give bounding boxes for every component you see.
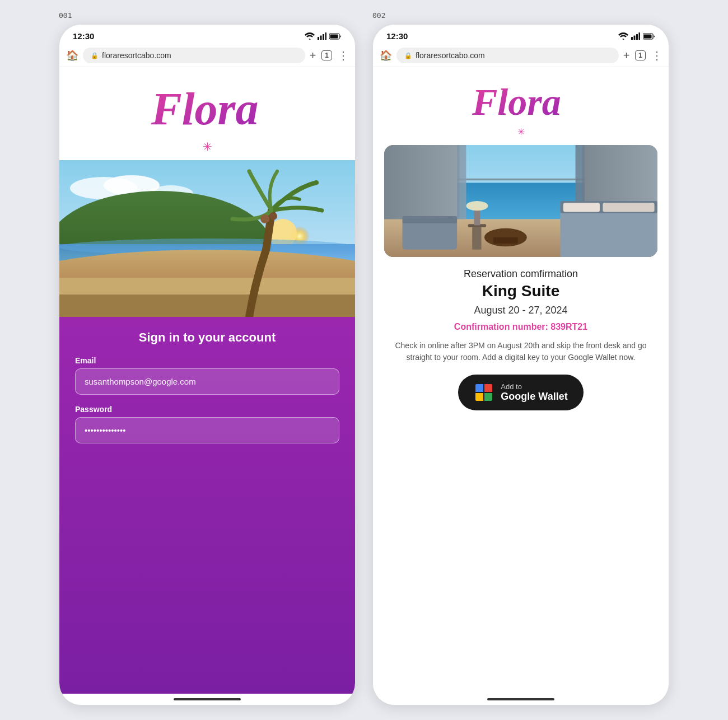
signal-icon bbox=[318, 32, 326, 40]
conf-number: Confirmation number: 839RT21 bbox=[384, 322, 657, 332]
google-wallet-button[interactable]: Add to Google Wallet bbox=[458, 375, 583, 410]
svg-rect-43 bbox=[403, 219, 458, 250]
battery-icon bbox=[329, 33, 342, 40]
home-indicator-bar-2 bbox=[487, 698, 554, 700]
url-text-1: floraresortcabo.com bbox=[102, 51, 171, 60]
wallet-main-text: Google Wallet bbox=[501, 391, 567, 403]
wallet-icon bbox=[474, 382, 494, 403]
email-label: Email bbox=[75, 356, 339, 365]
menu-dots-icon-1[interactable]: ⋮ bbox=[338, 49, 348, 62]
svg-text:Flora: Flora bbox=[472, 81, 561, 120]
room-image-wrapper bbox=[384, 145, 657, 257]
svg-rect-44 bbox=[403, 216, 458, 223]
logo-area-2: Flora ✳ bbox=[373, 67, 669, 145]
home-indicator-bar-1 bbox=[174, 698, 241, 700]
add-tab-icon-1[interactable]: + bbox=[310, 49, 316, 62]
svg-rect-1 bbox=[320, 36, 322, 40]
phone-2-label: 002 bbox=[372, 11, 669, 20]
lock-icon-1: 🔒 bbox=[91, 52, 99, 59]
svg-rect-23 bbox=[636, 34, 638, 40]
svg-rect-5 bbox=[330, 34, 338, 38]
room-scene-svg bbox=[384, 145, 657, 257]
browser-bar-1: 🏠 🔒 floraresortcabo.com + 1 ⋮ bbox=[59, 44, 355, 67]
tab-count-2[interactable]: 1 bbox=[635, 50, 646, 60]
svg-text:Flora: Flora bbox=[151, 83, 258, 131]
flora-logo-1: Flora bbox=[146, 81, 269, 138]
wallet-text-area: Add to Google Wallet bbox=[501, 382, 567, 403]
svg-rect-24 bbox=[639, 32, 641, 40]
phone-2-frame: 12:30 🏠 bbox=[372, 24, 669, 705]
wallet-red-quad bbox=[484, 384, 492, 392]
url-text-2: floraresortcabo.com bbox=[416, 51, 485, 60]
svg-rect-21 bbox=[631, 37, 633, 40]
wallet-add-text: Add to bbox=[501, 382, 567, 391]
status-bar-1: 12:30 bbox=[59, 25, 355, 44]
password-input[interactable] bbox=[75, 417, 339, 443]
wallet-green-quad bbox=[484, 393, 492, 401]
description: Check in online after 3PM on August 20th… bbox=[384, 340, 657, 363]
logo-area-1: Flora ✳ bbox=[59, 67, 355, 160]
browser-actions-2: + 1 ⋮ bbox=[623, 49, 662, 62]
lock-icon-2: 🔒 bbox=[404, 52, 412, 59]
url-bar-1[interactable]: 🔒 floraresortcabo.com bbox=[83, 48, 305, 63]
home-indicator-2 bbox=[373, 694, 669, 705]
phone-1-frame: 12:30 🏠 bbox=[59, 24, 356, 705]
browser-actions-1: + 1 ⋮ bbox=[310, 49, 348, 62]
phone-1: 001 12:30 bbox=[59, 11, 356, 705]
dates: August 20 - 27, 2024 bbox=[384, 305, 657, 316]
svg-rect-18 bbox=[59, 294, 355, 317]
svg-rect-40 bbox=[603, 203, 654, 212]
wifi-icon-2 bbox=[618, 32, 628, 40]
beach-image-1 bbox=[59, 160, 355, 317]
status-icons-1 bbox=[305, 32, 342, 40]
svg-point-19 bbox=[260, 214, 269, 223]
confirmation-text: Reservation comfirmation bbox=[384, 268, 657, 280]
flora-asterisk-2: ✳ bbox=[517, 127, 525, 137]
add-tab-icon-2[interactable]: + bbox=[623, 49, 630, 62]
home-indicator-1 bbox=[59, 694, 355, 705]
svg-rect-33 bbox=[457, 179, 585, 180]
browser-bar-2: 🏠 🔒 floraresortcabo.com + 1 ⋮ bbox=[373, 44, 669, 67]
room-type: King Suite bbox=[384, 282, 657, 300]
wallet-yellow-quad bbox=[475, 393, 483, 401]
signin-section: Sign in to your account Email Password bbox=[59, 317, 355, 694]
email-input[interactable] bbox=[75, 368, 339, 395]
menu-dots-icon-2[interactable]: ⋮ bbox=[651, 49, 662, 62]
status-time-1: 12:30 bbox=[73, 31, 94, 41]
signin-title: Sign in to your account bbox=[75, 330, 339, 345]
svg-point-48 bbox=[466, 201, 488, 211]
home-icon-2[interactable]: 🏠 bbox=[380, 49, 392, 62]
signal-icon-2 bbox=[631, 32, 640, 40]
svg-rect-42 bbox=[493, 237, 517, 244]
phone-2-content: Flora ✳ bbox=[373, 67, 669, 705]
flora-logo-2: Flora bbox=[468, 78, 574, 125]
svg-point-41 bbox=[484, 228, 527, 247]
status-bar-2: 12:30 bbox=[373, 25, 669, 44]
password-label: Password bbox=[75, 405, 339, 414]
status-icons-2 bbox=[618, 32, 655, 40]
wallet-blue-quad bbox=[475, 384, 483, 392]
wifi-icon bbox=[305, 32, 315, 40]
home-icon-1[interactable]: 🏠 bbox=[66, 49, 78, 62]
beach-scene-svg bbox=[59, 160, 355, 317]
reservation-section: Reservation comfirmation King Suite Augu… bbox=[373, 257, 669, 694]
svg-rect-3 bbox=[325, 32, 327, 40]
phone-1-content: Flora ✳ bbox=[59, 67, 355, 705]
phone-2: 002 12:30 bbox=[372, 11, 669, 705]
tab-count-1[interactable]: 1 bbox=[321, 50, 332, 60]
svg-rect-45 bbox=[472, 225, 481, 249]
flora-asterisk-1: ✳ bbox=[203, 140, 212, 153]
wallet-g-icon bbox=[475, 384, 492, 401]
svg-rect-39 bbox=[563, 203, 600, 212]
svg-rect-0 bbox=[318, 37, 319, 40]
svg-rect-26 bbox=[644, 34, 652, 38]
url-bar-2[interactable]: 🔒 floraresortcabo.com bbox=[396, 48, 619, 63]
svg-point-20 bbox=[269, 212, 277, 220]
status-time-2: 12:30 bbox=[386, 31, 408, 41]
phone-1-label: 001 bbox=[59, 11, 356, 20]
svg-rect-2 bbox=[323, 34, 324, 40]
battery-icon-2 bbox=[643, 33, 655, 40]
svg-rect-22 bbox=[634, 36, 636, 40]
